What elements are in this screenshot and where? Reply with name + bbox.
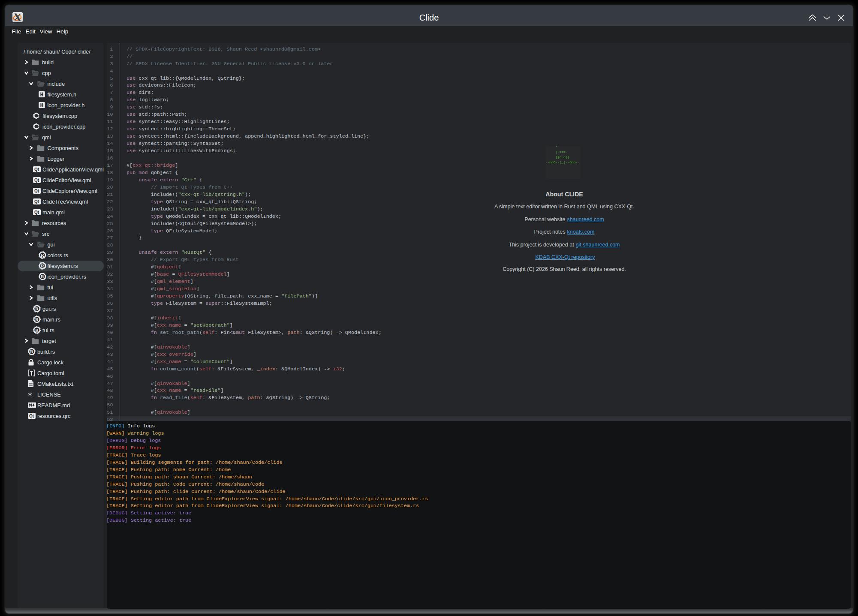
svg-text:Qt: Qt — [34, 199, 39, 204]
svg-text:Qt: Qt — [34, 189, 39, 193]
svg-text:R: R — [35, 306, 39, 311]
svg-text:R: R — [41, 274, 45, 279]
svg-text:R: R — [41, 263, 45, 268]
svg-text:Qt: Qt — [34, 210, 39, 215]
svg-text:R: R — [35, 328, 39, 333]
svg-text:Qt: Qt — [34, 167, 39, 172]
svg-text:R: R — [35, 317, 39, 322]
svg-text:Qt: Qt — [34, 178, 39, 183]
svg-text:Qt: Qt — [29, 414, 34, 418]
svg-text:R: R — [30, 349, 34, 354]
svg-text:R: R — [41, 252, 45, 258]
